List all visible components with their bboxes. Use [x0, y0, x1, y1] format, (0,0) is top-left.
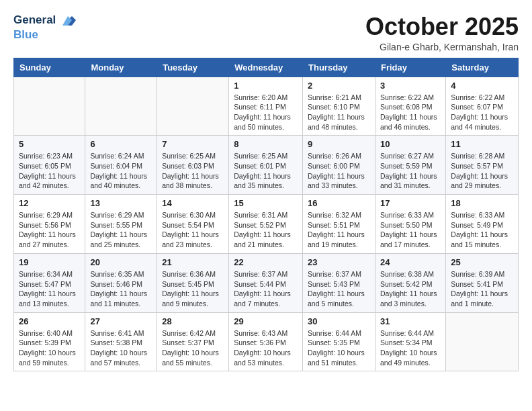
day-number: 5	[19, 139, 80, 149]
weekday-header: Monday	[85, 58, 157, 77]
day-number: 9	[308, 139, 370, 149]
day-number: 2	[308, 81, 370, 91]
calendar-cell: 29Sunrise: 6:43 AM Sunset: 5:36 PM Dayli…	[229, 312, 303, 371]
day-number: 21	[162, 257, 224, 267]
calendar-cell	[85, 77, 157, 136]
calendar-cell	[446, 312, 519, 371]
calendar-week-row: 5Sunrise: 6:23 AM Sunset: 6:05 PM Daylig…	[14, 136, 519, 195]
page-subtitle: Gilan-e Gharb, Kermanshah, Iran	[365, 42, 519, 52]
header: General Blue October 2025 Gilan-e Gharb,…	[13, 13, 519, 52]
calendar-cell: 26Sunrise: 6:40 AM Sunset: 5:39 PM Dayli…	[14, 312, 85, 371]
calendar-cell: 28Sunrise: 6:42 AM Sunset: 5:37 PM Dayli…	[157, 312, 229, 371]
calendar-week-row: 12Sunrise: 6:29 AM Sunset: 5:56 PM Dayli…	[14, 195, 519, 254]
weekday-header: Tuesday	[157, 58, 229, 77]
calendar-cell: 9Sunrise: 6:26 AM Sunset: 6:00 PM Daylig…	[303, 136, 375, 195]
day-number: 17	[380, 198, 441, 208]
day-number: 29	[234, 316, 298, 326]
day-number: 10	[380, 139, 441, 149]
day-info: Sunrise: 6:43 AM Sunset: 5:36 PM Dayligh…	[234, 328, 298, 368]
weekday-header: Wednesday	[229, 58, 303, 77]
day-number: 1	[234, 81, 298, 91]
calendar-cell: 27Sunrise: 6:41 AM Sunset: 5:38 PM Dayli…	[85, 312, 157, 371]
calendar-cell: 8Sunrise: 6:25 AM Sunset: 6:01 PM Daylig…	[229, 136, 303, 195]
day-number: 7	[162, 139, 224, 149]
calendar-cell: 5Sunrise: 6:23 AM Sunset: 6:05 PM Daylig…	[14, 136, 85, 195]
calendar-cell: 23Sunrise: 6:37 AM Sunset: 5:43 PM Dayli…	[303, 253, 375, 312]
day-info: Sunrise: 6:21 AM Sunset: 6:10 PM Dayligh…	[308, 93, 370, 132]
day-info: Sunrise: 6:23 AM Sunset: 6:05 PM Dayligh…	[19, 151, 80, 191]
day-info: Sunrise: 6:28 AM Sunset: 5:57 PM Dayligh…	[451, 151, 513, 191]
day-number: 20	[90, 257, 152, 267]
day-number: 25	[451, 257, 513, 267]
day-info: Sunrise: 6:30 AM Sunset: 5:54 PM Dayligh…	[162, 210, 224, 250]
calendar-table: SundayMondayTuesdayWednesdayThursdayFrid…	[13, 58, 519, 372]
calendar-cell: 31Sunrise: 6:44 AM Sunset: 5:34 PM Dayli…	[375, 312, 445, 371]
day-info: Sunrise: 6:42 AM Sunset: 5:37 PM Dayligh…	[162, 328, 224, 368]
logo: General Blue	[13, 13, 76, 42]
day-number: 24	[380, 257, 441, 267]
day-number: 11	[451, 139, 513, 149]
calendar-cell: 2Sunrise: 6:21 AM Sunset: 6:10 PM Daylig…	[303, 77, 375, 136]
calendar-cell: 22Sunrise: 6:37 AM Sunset: 5:44 PM Dayli…	[229, 253, 303, 312]
calendar-cell: 17Sunrise: 6:33 AM Sunset: 5:50 PM Dayli…	[375, 195, 445, 254]
day-number: 15	[234, 198, 298, 208]
day-info: Sunrise: 6:38 AM Sunset: 5:42 PM Dayligh…	[380, 269, 441, 309]
weekday-header: Saturday	[446, 58, 519, 77]
day-number: 13	[90, 198, 152, 208]
calendar-week-row: 19Sunrise: 6:34 AM Sunset: 5:47 PM Dayli…	[14, 253, 519, 312]
day-number: 27	[90, 316, 152, 326]
day-info: Sunrise: 6:27 AM Sunset: 5:59 PM Dayligh…	[380, 151, 441, 191]
calendar-cell: 24Sunrise: 6:38 AM Sunset: 5:42 PM Dayli…	[375, 253, 445, 312]
calendar-cell: 18Sunrise: 6:33 AM Sunset: 5:49 PM Dayli…	[446, 195, 519, 254]
day-number: 12	[19, 198, 80, 208]
day-info: Sunrise: 6:44 AM Sunset: 5:34 PM Dayligh…	[380, 328, 441, 368]
calendar-cell: 21Sunrise: 6:36 AM Sunset: 5:45 PM Dayli…	[157, 253, 229, 312]
calendar-cell: 6Sunrise: 6:24 AM Sunset: 6:04 PM Daylig…	[85, 136, 157, 195]
logo-text: General Blue	[13, 13, 76, 42]
calendar-header-row: SundayMondayTuesdayWednesdayThursdayFrid…	[14, 58, 519, 77]
day-info: Sunrise: 6:41 AM Sunset: 5:38 PM Dayligh…	[90, 328, 152, 368]
calendar-cell	[157, 77, 229, 136]
day-info: Sunrise: 6:22 AM Sunset: 6:08 PM Dayligh…	[380, 93, 441, 132]
calendar-week-row: 26Sunrise: 6:40 AM Sunset: 5:39 PM Dayli…	[14, 312, 519, 371]
weekday-header: Sunday	[14, 58, 85, 77]
weekday-header: Thursday	[303, 58, 375, 77]
calendar-cell: 3Sunrise: 6:22 AM Sunset: 6:08 PM Daylig…	[375, 77, 445, 136]
calendar-cell: 25Sunrise: 6:39 AM Sunset: 5:41 PM Dayli…	[446, 253, 519, 312]
day-number: 19	[19, 257, 80, 267]
calendar-cell	[14, 77, 85, 136]
day-info: Sunrise: 6:37 AM Sunset: 5:44 PM Dayligh…	[234, 269, 298, 309]
calendar-cell: 7Sunrise: 6:25 AM Sunset: 6:03 PM Daylig…	[157, 136, 229, 195]
calendar-cell: 15Sunrise: 6:31 AM Sunset: 5:52 PM Dayli…	[229, 195, 303, 254]
day-info: Sunrise: 6:29 AM Sunset: 5:56 PM Dayligh…	[19, 210, 80, 250]
day-info: Sunrise: 6:31 AM Sunset: 5:52 PM Dayligh…	[234, 210, 298, 250]
weekday-header: Friday	[375, 58, 445, 77]
day-info: Sunrise: 6:20 AM Sunset: 6:11 PM Dayligh…	[234, 93, 298, 132]
day-info: Sunrise: 6:36 AM Sunset: 5:45 PM Dayligh…	[162, 269, 224, 309]
day-info: Sunrise: 6:37 AM Sunset: 5:43 PM Dayligh…	[308, 269, 370, 309]
day-info: Sunrise: 6:22 AM Sunset: 6:07 PM Dayligh…	[451, 93, 513, 132]
calendar-cell: 16Sunrise: 6:32 AM Sunset: 5:51 PM Dayli…	[303, 195, 375, 254]
calendar-cell: 14Sunrise: 6:30 AM Sunset: 5:54 PM Dayli…	[157, 195, 229, 254]
day-number: 8	[234, 139, 298, 149]
day-number: 6	[90, 139, 152, 149]
day-number: 18	[451, 198, 513, 208]
day-info: Sunrise: 6:33 AM Sunset: 5:49 PM Dayligh…	[451, 210, 513, 250]
day-info: Sunrise: 6:33 AM Sunset: 5:50 PM Dayligh…	[380, 210, 441, 250]
calendar-cell: 13Sunrise: 6:29 AM Sunset: 5:55 PM Dayli…	[85, 195, 157, 254]
day-number: 4	[451, 81, 513, 91]
day-info: Sunrise: 6:26 AM Sunset: 6:00 PM Dayligh…	[308, 151, 370, 191]
calendar-cell: 1Sunrise: 6:20 AM Sunset: 6:11 PM Daylig…	[229, 77, 303, 136]
day-number: 28	[162, 316, 224, 326]
calendar-cell: 11Sunrise: 6:28 AM Sunset: 5:57 PM Dayli…	[446, 136, 519, 195]
calendar-cell: 30Sunrise: 6:44 AM Sunset: 5:35 PM Dayli…	[303, 312, 375, 371]
day-number: 26	[19, 316, 80, 326]
day-info: Sunrise: 6:34 AM Sunset: 5:47 PM Dayligh…	[19, 269, 80, 309]
day-info: Sunrise: 6:44 AM Sunset: 5:35 PM Dayligh…	[308, 328, 370, 368]
calendar-cell: 12Sunrise: 6:29 AM Sunset: 5:56 PM Dayli…	[14, 195, 85, 254]
day-info: Sunrise: 6:29 AM Sunset: 5:55 PM Dayligh…	[90, 210, 152, 250]
day-number: 23	[308, 257, 370, 267]
day-info: Sunrise: 6:39 AM Sunset: 5:41 PM Dayligh…	[451, 269, 513, 309]
logo-icon	[57, 13, 77, 28]
day-info: Sunrise: 6:25 AM Sunset: 6:01 PM Dayligh…	[234, 151, 298, 191]
